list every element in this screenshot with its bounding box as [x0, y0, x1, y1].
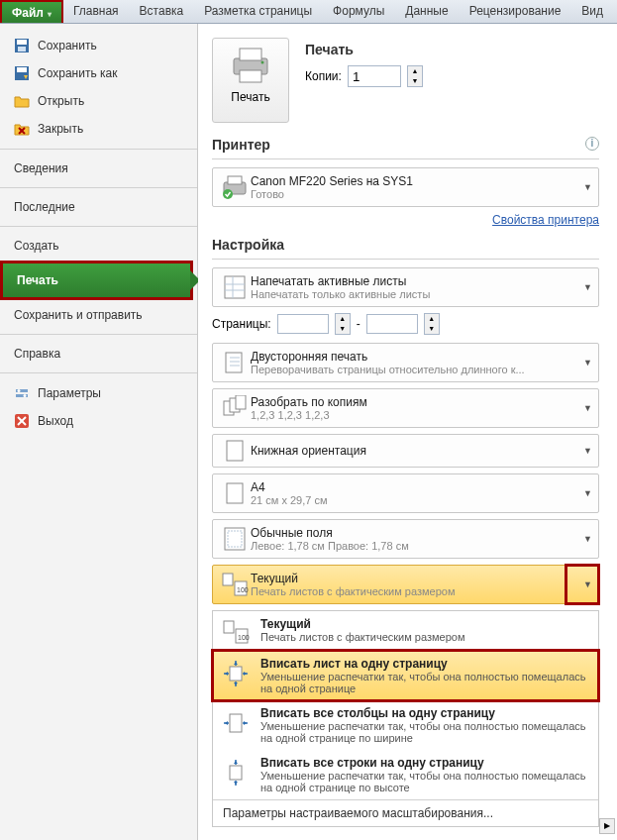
svg-rect-1 — [17, 40, 27, 45]
highlight-fit-sheet: Вписать лист на одну страницуУменьшение … — [213, 651, 598, 700]
chevron-down-icon: ▼ — [583, 446, 592, 456]
scaling-option-fit-columns[interactable]: Вписать все столбцы на одну страницуУмен… — [213, 700, 598, 750]
exit-icon — [14, 413, 30, 429]
printer-properties-link[interactable]: Свойства принтера — [212, 213, 599, 227]
duplex-icon — [223, 350, 247, 375]
sidebar-label: Печать — [17, 273, 58, 287]
sidebar-label: Закрыть — [38, 122, 83, 136]
tab-home[interactable]: Главная — [63, 0, 130, 23]
scaling-option-fit-sheet[interactable]: Вписать лист на одну страницуУменьшение … — [213, 651, 598, 700]
svg-rect-33 — [223, 574, 233, 585]
sidebar-recent[interactable]: Последние — [0, 194, 197, 220]
pages-from-spinner[interactable]: ▲▼ — [335, 313, 351, 335]
print-title: Печать — [305, 42, 423, 57]
sidebar-label: Создать — [14, 239, 59, 253]
svg-rect-30 — [227, 483, 243, 503]
chevron-down-icon: ▼ — [583, 358, 592, 368]
sidebar-save[interactable]: Сохранить — [0, 32, 197, 59]
chevron-down-icon: ▼ — [583, 182, 592, 192]
highlight-print: Печать — [0, 261, 193, 300]
sidebar-label: Сведения — [14, 161, 68, 175]
sidebar-label: Выход — [38, 414, 73, 428]
scaling-dropdown-menu: 100 ТекущийПечать листов с фактическим р… — [212, 610, 599, 827]
scaling-custom-link[interactable]: Параметры настраиваемого масштабирования… — [213, 799, 598, 826]
chevron-down-icon: ▼ — [583, 534, 592, 544]
sidebar-label: Сохранить как — [38, 66, 117, 80]
printer-selector[interactable]: Canon MF220 Series на SYS1Готово ▼ — [212, 167, 599, 207]
sidebar-label: Последние — [14, 200, 75, 214]
spin-up-icon[interactable]: ▲ — [408, 66, 422, 76]
svg-text:100: 100 — [238, 634, 250, 641]
scaling-current-icon: 100 — [222, 619, 250, 645]
sidebar-info[interactable]: Сведения — [0, 156, 197, 181]
portrait-icon — [225, 439, 245, 463]
save-icon — [14, 38, 30, 53]
svg-rect-36 — [224, 621, 234, 633]
tab-formulas[interactable]: Формулы — [323, 0, 395, 23]
tab-page-layout[interactable]: Разметка страницы — [194, 0, 323, 23]
folder-open-icon — [14, 93, 30, 109]
sidebar-exit[interactable]: Выход — [0, 407, 197, 435]
sidebar-help[interactable]: Справка — [0, 341, 197, 367]
svg-point-20 — [223, 189, 233, 199]
copies-spinner[interactable]: ▲▼ — [407, 65, 423, 87]
orientation-selector[interactable]: Книжная ориентация ▼ — [212, 434, 599, 468]
collate-selector[interactable]: Разобрать по копиям1,2,3 1,2,3 1,2,3 ▼ — [212, 388, 599, 428]
sidebar-close[interactable]: Закрыть — [0, 115, 197, 143]
sidebar-label: Справка — [14, 347, 60, 361]
sidebar-print[interactable]: Печать — [3, 263, 190, 297]
svg-rect-39 — [230, 667, 242, 681]
svg-rect-16 — [240, 70, 261, 82]
pages-to-spinner[interactable]: ▲▼ — [424, 313, 440, 335]
scaling-selector[interactable]: 100 ТекущийПечать листов с фактическим р… — [212, 565, 599, 604]
printer-status: Готово — [251, 188, 592, 200]
svg-rect-40 — [230, 714, 242, 732]
print-what-selector[interactable]: Напечатать активные листыНапечатать толь… — [212, 267, 599, 307]
sidebar-save-as[interactable]: Сохранить как — [0, 59, 197, 87]
tab-review[interactable]: Рецензирование — [460, 0, 572, 23]
spin-down-icon[interactable]: ▼ — [408, 76, 422, 86]
print-panel: Печать Печать Копии: ▲▼ Принтерi Canon M… — [198, 24, 617, 840]
printer-name: Canon MF220 Series на SYS1 — [251, 174, 592, 188]
sidebar-new[interactable]: Создать — [0, 233, 197, 259]
copies-label: Копии: — [305, 69, 342, 83]
highlight-scaling-dropdown — [565, 564, 600, 605]
print-button[interactable]: Печать — [212, 38, 289, 123]
info-icon[interactable]: i — [585, 137, 599, 151]
sidebar-options[interactable]: Параметры — [0, 379, 197, 407]
svg-rect-29 — [227, 441, 243, 461]
margins-selector[interactable]: Обычные поляЛевое: 1,78 см Правое: 1,78 … — [212, 519, 599, 559]
svg-rect-19 — [228, 176, 242, 184]
svg-rect-15 — [240, 49, 261, 60]
fit-rows-icon — [222, 758, 250, 788]
chevron-down-icon: ▼ — [583, 488, 592, 498]
scroll-right-button[interactable]: ▶ — [599, 818, 615, 834]
scaling-option-fit-rows[interactable]: Вписать все строки на одну страницуУмень… — [213, 750, 598, 799]
sidebar-open[interactable]: Открыть — [0, 87, 197, 115]
printer-icon — [230, 47, 271, 84]
tab-file[interactable]: Файл — [0, 0, 63, 23]
settings-section-title: Настройка — [212, 237, 599, 253]
options-icon — [14, 385, 30, 401]
scaling-option-current[interactable]: 100 ТекущийПечать листов с фактическим р… — [213, 611, 598, 651]
tab-insert[interactable]: Вставка — [130, 0, 195, 23]
svg-point-9 — [18, 389, 21, 392]
tab-data[interactable]: Данные — [395, 0, 459, 23]
copies-input[interactable] — [348, 65, 401, 87]
pages-to-input[interactable] — [366, 314, 418, 334]
tab-view[interactable]: Вид — [571, 0, 614, 23]
paper-size-selector[interactable]: A421 см x 29,7 см ▼ — [212, 473, 599, 513]
svg-text:100: 100 — [237, 586, 249, 593]
svg-rect-2 — [18, 47, 26, 52]
close-doc-icon — [14, 121, 30, 137]
printer-section-title: Принтерi — [212, 137, 599, 153]
paper-icon — [225, 481, 245, 505]
svg-rect-4 — [17, 67, 27, 72]
printer-ready-icon — [222, 174, 248, 200]
duplex-selector[interactable]: Двусторонняя печатьПереворачивать страни… — [212, 343, 599, 382]
sidebar-save-send[interactable]: Сохранить и отправить — [0, 302, 197, 328]
fit-page-icon — [222, 659, 250, 688]
sidebar-label: Открыть — [38, 94, 84, 108]
pages-from-input[interactable] — [277, 314, 329, 334]
margins-icon — [223, 526, 247, 552]
